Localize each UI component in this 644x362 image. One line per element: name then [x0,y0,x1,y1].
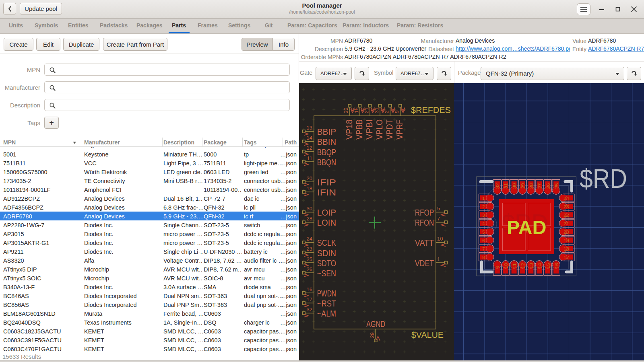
svg-text:23: 23 [307,246,312,252]
svg-text:24: 24 [307,236,312,242]
svg-text:28: 28 [529,183,534,189]
svg-text:27: 27 [537,183,542,189]
svg-text:BBQN: BBQN [317,158,336,167]
svg-text:1: 1 [482,196,485,201]
svg-text:VP18: VP18 [345,119,354,140]
svg-text:30: 30 [307,206,312,212]
svg-text:7: 7 [437,216,440,222]
svg-text:22: 22 [564,213,569,218]
svg-text:BBIP: BBIP [317,127,336,137]
svg-text:IFIN: IFIN [317,188,336,197]
svg-text:$RD: $RD [580,164,627,193]
svg-text:30: 30 [512,183,517,189]
svg-text:VDET: VDET [415,259,434,268]
svg-text:17: 17 [564,255,569,260]
svg-text:RFOP: RFOP [415,208,434,218]
svg-text:25: 25 [554,183,559,189]
svg-text:20: 20 [307,175,312,181]
svg-text:9: 9 [495,265,500,269]
svg-text:16: 16 [554,263,559,269]
svg-text:VPBB: VPBB [355,119,364,140]
svg-text:LOIN: LOIN [317,218,336,228]
svg-text:13: 13 [529,263,534,269]
svg-text:2: 2 [482,204,485,209]
svg-text:SDTO: SDTO [317,259,336,268]
svg-text:15: 15 [546,263,551,269]
svg-text:21: 21 [564,221,569,226]
svg-text:IFIP: IFIP [317,178,336,187]
svg-text:22: 22 [343,107,349,113]
svg-text:20: 20 [564,230,569,234]
svg-text:26: 26 [307,266,312,272]
svg-text:4: 4 [482,221,485,226]
svg-text:29: 29 [520,183,525,189]
svg-text:9: 9 [394,110,400,113]
svg-text:18: 18 [564,247,569,251]
svg-text:14: 14 [307,135,312,141]
svg-text:5: 5 [482,230,485,234]
svg-text:VPBI: VPBI [365,119,374,140]
svg-text:10: 10 [504,263,508,269]
svg-text:$VALUE: $VALUE [411,330,444,340]
svg-text:13: 13 [307,125,312,131]
svg-text:25: 25 [307,256,312,262]
svg-text:$REFDES: $REFDES [411,105,451,115]
svg-text:~ALM: ~ALM [317,309,336,319]
svg-text:10: 10 [437,236,443,242]
svg-text:1: 1 [437,256,440,262]
svg-text:PWDN: PWDN [317,289,336,298]
svg-text:14: 14 [537,263,542,269]
svg-text:LOIP: LOIP [317,208,336,218]
svg-text:7: 7 [482,247,485,251]
svg-text:3: 3 [482,213,485,218]
svg-text:~RST: ~RST [317,299,336,309]
svg-text:31: 31 [374,107,380,113]
svg-text:18: 18 [307,185,312,191]
svg-text:11: 11 [512,263,517,269]
svg-text:12: 12 [307,145,312,151]
svg-text:24: 24 [564,196,570,201]
svg-text:VPRF: VPRF [395,119,405,140]
svg-text:5: 5 [437,206,440,212]
svg-text:28: 28 [307,216,312,222]
svg-text:23: 23 [564,204,569,209]
svg-text:BBIN: BBIN [317,137,336,147]
svg-text:17: 17 [307,296,312,302]
svg-text:SCLK: SCLK [317,238,336,248]
svg-text:BBQP: BBQP [317,148,336,157]
svg-text:VPDT: VPDT [385,119,394,140]
svg-text:VPLO: VPLO [375,119,384,140]
svg-text:SDIN: SDIN [317,249,336,258]
svg-text:15: 15 [353,107,359,113]
svg-text:32: 32 [307,306,312,313]
svg-text:RFON: RFON [415,218,434,228]
svg-text:21: 21 [363,107,369,113]
svg-text:29: 29 [369,332,375,338]
svg-text:AGND: AGND [366,319,385,329]
svg-text:12: 12 [520,263,525,269]
svg-text:19: 19 [564,238,569,243]
svg-text:31: 31 [504,183,508,189]
svg-text:11: 11 [307,155,313,161]
svg-text:VATT: VATT [415,238,434,248]
svg-text:8: 8 [482,255,485,260]
svg-text:PAD: PAD [507,216,547,238]
svg-text:2: 2 [384,110,390,113]
svg-text:16: 16 [307,286,312,292]
svg-text:26: 26 [546,183,551,189]
svg-text:32: 32 [495,183,500,189]
svg-text:~SEN: ~SEN [317,269,336,278]
svg-text:6: 6 [482,238,485,243]
